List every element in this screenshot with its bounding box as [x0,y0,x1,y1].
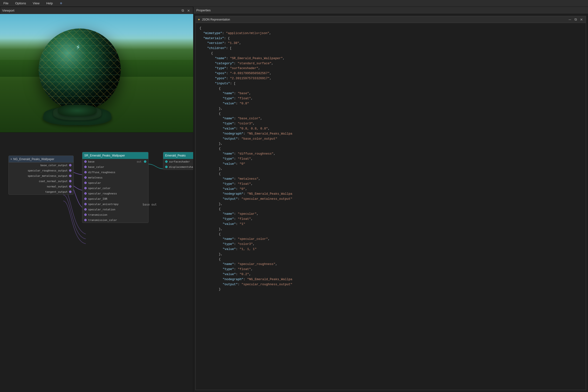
port-diffuse-roughness: diffuse_roughness [82,170,148,175]
port-specular-ior: specular_IOR [82,196,148,202]
menu-bar: File Options View Help ⊕ [0,0,588,7]
port-transmission: transmission [82,212,148,218]
dot-specular-color-input[interactable] [84,187,87,189]
viewport-window: Viewport ⧉ ✕ ⚡ [0,7,193,132]
node-ng-emerald-header: ▾ NG_Emerald_Peaks_Wallpaper [9,156,73,162]
dot-out-output[interactable] [144,160,146,163]
port-base-color-output: base_color_output [9,162,73,168]
dot-spec-rough-output[interactable] [69,169,71,172]
viewport-controls: ⧉ ✕ [180,8,191,13]
json-window-title: JSON Representation [202,18,230,21]
json-close-btn[interactable]: ✕ [579,17,584,22]
dot-tangent-output[interactable] [69,190,71,193]
dot-normal-output[interactable] [69,185,71,188]
node-sr-emerald[interactable]: SR_Emerald_Peaks_Wallpaper base out base… [82,152,148,223]
json-minimize-btn[interactable]: ─ [568,17,572,22]
port-surfaceshader: surfaceshader [163,159,193,164]
port-specular-rotation: specular_rotation [82,207,148,212]
port-specular-color: specular_color [82,186,148,191]
node-sr-emerald-title: SR_Emerald_Peaks_Wallpaper [84,154,125,157]
port-metalness: metalness [82,175,148,180]
port-specular-roughness: specular_roughness [82,191,148,196]
port-tangent-output: tangent_output [9,189,73,194]
dot-specular-roughness-input[interactable] [84,192,87,195]
json-titlebar: ✦ JSON Representation ─ ⧉ ✕ [196,16,586,23]
collapse-btn[interactable]: ▾ [11,158,12,160]
menu-options[interactable]: Options [14,1,27,6]
json-window: ✦ JSON Representation ─ ⧉ ✕ { "mimetype"… [195,16,586,390]
dot-spec-metal-output[interactable] [69,174,71,177]
dot-transmission-input[interactable] [84,214,87,216]
properties-titlebar: Properties [193,7,588,14]
base-out-label: base out [143,203,157,206]
properties-title: Properties [196,8,211,12]
material-sphere: ⚡ [39,28,121,110]
viewport-titlebar: Viewport ⧉ ✕ [0,7,193,14]
ball-base [43,106,111,130]
node-emerald-peaks-title: Emerald_Peaks [165,154,186,157]
lightning-effect: ⚡ [75,43,81,52]
dot-metalness-input[interactable] [84,176,87,179]
json-maximize-btn[interactable]: ⧉ [573,17,578,22]
right-panel: Properties ✦ JSON Representation ─ ⧉ ✕ {… [193,7,588,392]
viewport-close-btn[interactable]: ✕ [186,8,191,13]
dot-base-color-input[interactable] [84,166,87,168]
dot-specular-ior-input[interactable] [84,198,87,200]
left-panel: Viewport ⧉ ✕ ⚡ [0,7,193,392]
port-spec-metal-output: specular_metalness_output [9,173,73,178]
dot-specular-input[interactable] [84,182,87,184]
menu-file[interactable]: File [2,1,10,6]
dot-specular-rot-input[interactable] [84,208,87,210]
dot-surfaceshader-input[interactable] [165,160,168,163]
node-sr-emerald-header: SR_Emerald_Peaks_Wallpaper [82,152,148,159]
port-normal-output: normal_output [9,184,73,189]
port-transmission-color: transmission_color [82,218,148,223]
viewport-maximize-btn[interactable]: ⧉ [180,8,185,13]
node-emerald-peaks[interactable]: Emerald_Peaks surfaceshader displacement… [163,152,193,170]
json-window-controls: ─ ⧉ ✕ [568,17,584,22]
port-displacementshac: displacementshac [163,164,193,170]
json-content[interactable]: { "mimetype": "application/mtlx+json", "… [196,23,586,390]
ball-container: ⚡ [31,28,133,130]
dot-base-color-output[interactable] [69,164,71,166]
base-piece-3 [58,104,97,117]
dot-base-input[interactable] [84,160,87,163]
dot-specular-aniso-input[interactable] [84,203,87,205]
port-base-color: base_color [82,164,148,170]
port-coat-normal-output: coat_normal_output [9,178,73,184]
json-icon: ✦ [197,18,200,22]
dot-displacement-input[interactable] [165,166,168,168]
port-base: base out [82,159,148,164]
port-spec-rough-output: specular_roughness_output [9,168,73,173]
port-specular-anisotropy: specular_anisotropy [82,202,148,207]
nav-icon: ⊕ [60,1,62,5]
main-layout: Viewport ⧉ ✕ ⚡ [0,7,588,392]
node-emerald-peaks-header: Emerald_Peaks [163,152,193,159]
menu-view[interactable]: View [31,1,41,6]
menu-help[interactable]: Help [45,1,54,6]
viewport-title: Viewport [2,9,14,12]
node-ng-emerald-title: NG_Emerald_Peaks_Wallpaper [13,158,54,161]
node-graph[interactable]: ▾ NG_Emerald_Peaks_Wallpaper base_color_… [0,132,193,392]
dot-trans-color-input[interactable] [84,219,87,221]
port-specular: specular [82,180,148,186]
viewport-canvas: ⚡ [0,14,193,132]
dot-coat-normal-output[interactable] [69,180,71,182]
node-ng-emerald[interactable]: ▾ NG_Emerald_Peaks_Wallpaper base_color_… [8,156,74,195]
dot-diffuse-rough-input[interactable] [84,171,87,174]
json-title-left: ✦ JSON Representation [197,18,230,22]
